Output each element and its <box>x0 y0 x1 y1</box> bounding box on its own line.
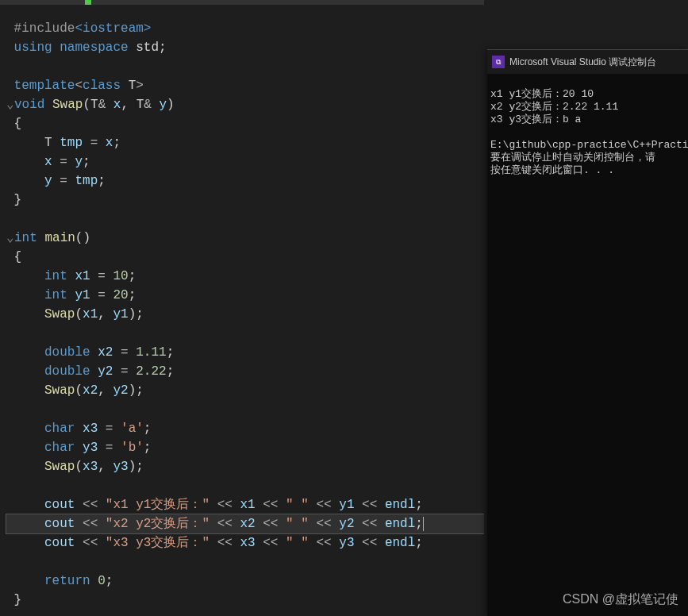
console-line: x1 y1交换后：20 10 <box>490 88 594 100</box>
console-line: x2 y2交换后：2.22 1.11 <box>490 101 618 113</box>
current-line[interactable]: cout << "x2 y2交换后：" << x2 << " " << y2 <… <box>6 514 484 533</box>
vs-icon: ⧉ <box>492 56 505 68</box>
debug-console-window[interactable]: ⧉ Microsoft Visual Studio 调试控制台 x1 y1交换后… <box>487 49 688 616</box>
console-titlebar[interactable]: ⧉ Microsoft Visual Studio 调试控制台 <box>487 50 688 74</box>
editor-top-bar <box>0 0 484 5</box>
console-line: 要在调试停止时自动关闭控制台，请 <box>490 152 655 164</box>
watermark-text: CSDN @虚拟笔记使 <box>563 591 678 608</box>
include-header: <iostream> <box>75 21 151 36</box>
console-title-text: Microsoft Visual Studio 调试控制台 <box>509 56 656 69</box>
code-content[interactable]: #include<iostream> using namespace std; … <box>0 5 484 610</box>
code-editor[interactable]: #include<iostream> using namespace std; … <box>0 0 484 616</box>
console-output[interactable]: x1 y1交换后：20 10 x2 y2交换后：2.22 1.11 x3 y3交… <box>487 74 688 179</box>
console-line: x3 y3交换后：b a <box>490 114 581 125</box>
collapse-icon[interactable]: ⌄ <box>6 95 14 114</box>
console-line: 按任意键关闭此窗口. . . <box>490 164 614 176</box>
collapse-icon[interactable]: ⌄ <box>6 229 14 248</box>
preproc-directive: #include <box>14 21 75 36</box>
console-line: E:\github\cpp-practice\C++Practi <box>490 139 688 151</box>
text-cursor <box>423 517 424 531</box>
